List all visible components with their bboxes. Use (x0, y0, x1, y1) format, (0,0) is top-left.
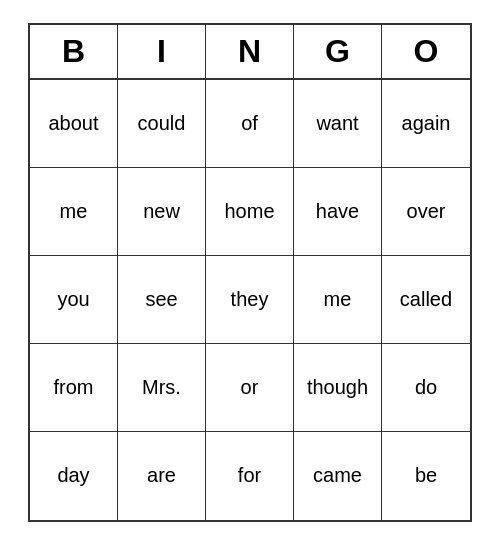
bingo-row: fromMrs.orthoughdo (30, 344, 470, 432)
bingo-header: BINGO (30, 25, 470, 80)
bingo-cell: you (30, 256, 118, 344)
bingo-card: BINGO aboutcouldofwantagainmenewhomehave… (28, 23, 472, 522)
bingo-cell: over (382, 168, 470, 256)
bingo-cell: again (382, 80, 470, 168)
bingo-cell: new (118, 168, 206, 256)
bingo-cell: want (294, 80, 382, 168)
bingo-cell: though (294, 344, 382, 432)
bingo-row: menewhomehaveover (30, 168, 470, 256)
bingo-cell: home (206, 168, 294, 256)
bingo-cell: could (118, 80, 206, 168)
bingo-cell: see (118, 256, 206, 344)
bingo-cell: have (294, 168, 382, 256)
bingo-row: aboutcouldofwantagain (30, 80, 470, 168)
header-letter: N (206, 25, 294, 80)
bingo-cell: are (118, 432, 206, 520)
bingo-cell: for (206, 432, 294, 520)
bingo-cell: Mrs. (118, 344, 206, 432)
header-letter: I (118, 25, 206, 80)
bingo-cell: of (206, 80, 294, 168)
bingo-cell: do (382, 344, 470, 432)
bingo-cell: or (206, 344, 294, 432)
bingo-cell: called (382, 256, 470, 344)
bingo-cell: be (382, 432, 470, 520)
bingo-cell: me (294, 256, 382, 344)
header-letter: B (30, 25, 118, 80)
bingo-cell: from (30, 344, 118, 432)
bingo-cell: day (30, 432, 118, 520)
header-letter: O (382, 25, 470, 80)
bingo-cell: they (206, 256, 294, 344)
bingo-cell: about (30, 80, 118, 168)
bingo-cell: came (294, 432, 382, 520)
bingo-cell: me (30, 168, 118, 256)
header-letter: G (294, 25, 382, 80)
bingo-row: dayareforcamebe (30, 432, 470, 520)
bingo-body: aboutcouldofwantagainmenewhomehaveoveryo… (30, 80, 470, 520)
bingo-row: youseetheymecalled (30, 256, 470, 344)
